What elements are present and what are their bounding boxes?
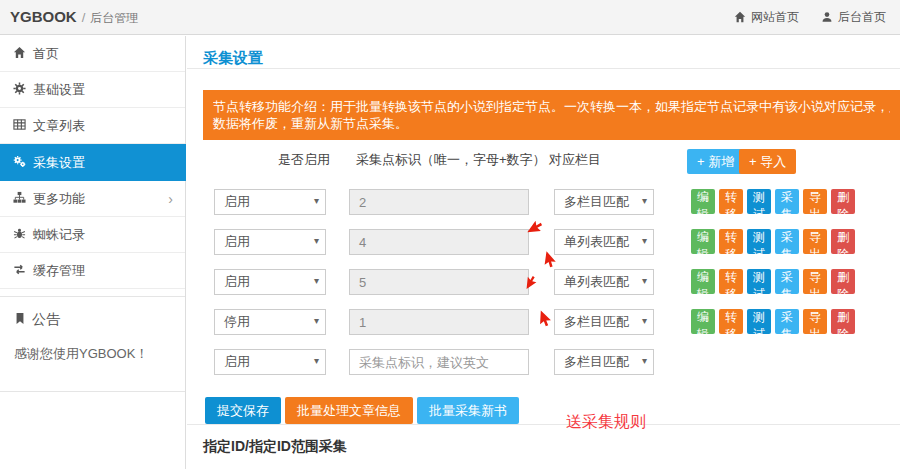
column-header-identifier: 采集点标识（唯一，字母+数字） bbox=[356, 151, 546, 169]
footer-buttons: 提交保存 批量处理文章信息 批量采集新书 bbox=[205, 397, 900, 424]
add-button[interactable]: + 新增 bbox=[687, 149, 744, 174]
row-action-collect-button[interactable]: 采集 bbox=[775, 269, 799, 294]
home-icon bbox=[734, 11, 746, 23]
page: YGBOOK / 后台管理 网站首页 后台首页 首页 基础设置 文章列表 bbox=[0, 0, 900, 469]
identifier-field: 1 bbox=[349, 309, 529, 335]
enabled-select[interactable]: 启用 bbox=[214, 189, 326, 215]
row-action-delete-button[interactable]: 删除 bbox=[831, 189, 855, 214]
row-actions: 编辑转移测试采集导出删除 bbox=[691, 189, 855, 214]
announcement-title: 公告 bbox=[32, 311, 60, 329]
row-actions: 编辑转移测试采集导出删除 bbox=[691, 309, 855, 334]
sidebar-item-label: 蜘蛛记录 bbox=[33, 226, 85, 244]
enabled-select[interactable]: 停用 bbox=[214, 309, 326, 335]
sidebar-item-basic-settings[interactable]: 基础设置 bbox=[0, 72, 185, 108]
sidebar-item-spider-log[interactable]: 蜘蛛记录 bbox=[0, 217, 185, 253]
admin-home-label: 后台首页 bbox=[838, 9, 886, 26]
sidebar-item-cache-management[interactable]: 缓存管理 bbox=[0, 253, 185, 289]
brand-logo: YGBOOK bbox=[10, 8, 77, 25]
row-action-edit-button[interactable]: 编辑 bbox=[691, 189, 715, 214]
admin-home-link[interactable]: 后台首页 bbox=[821, 9, 886, 26]
row-action-collect-button[interactable]: 采集 bbox=[775, 309, 799, 334]
submit-save-button[interactable]: 提交保存 bbox=[205, 397, 281, 424]
row-action-collect-button[interactable]: 采集 bbox=[775, 189, 799, 214]
column-header-enabled: 是否启用 bbox=[278, 151, 330, 169]
category-select[interactable]: 单列表匹配 bbox=[554, 229, 654, 255]
breadcrumb: YGBOOK / 后台管理 bbox=[10, 8, 138, 27]
user-icon bbox=[821, 11, 833, 23]
announcement-body: 感谢您使用YGBOOK！ bbox=[14, 345, 171, 363]
row-action-transfer-button[interactable]: 转移 bbox=[719, 309, 743, 334]
row-action-export-button[interactable]: 导出 bbox=[803, 189, 827, 214]
row-action-delete-button[interactable]: 删除 bbox=[831, 269, 855, 294]
row-actions: 编辑转移测试采集导出删除 bbox=[691, 229, 855, 254]
red-arrow-icon bbox=[525, 217, 543, 235]
sitemap-icon bbox=[13, 191, 33, 207]
sidebar-item-label: 更多功能 bbox=[33, 190, 85, 208]
red-arrow-icon bbox=[537, 310, 555, 328]
column-header-category: 对应栏目 bbox=[549, 151, 601, 169]
announcement-header: 公告 bbox=[14, 311, 171, 329]
sidebar-item-label: 缓存管理 bbox=[33, 262, 85, 280]
identifier-field: 4 bbox=[349, 229, 529, 255]
cogs-icon bbox=[13, 155, 33, 171]
row-action-edit-button[interactable]: 编辑 bbox=[691, 269, 715, 294]
annotation-text: 送采集规则 bbox=[566, 412, 646, 433]
enabled-select[interactable]: 启用 bbox=[214, 229, 326, 255]
enabled-select[interactable]: 启用 bbox=[214, 349, 326, 375]
sidebar: 首页 基础设置 文章列表 采集设置 更多功能 › 蜘蛛记录 缓存管理 bbox=[0, 36, 186, 469]
row-action-export-button[interactable]: 导出 bbox=[803, 309, 827, 334]
row-action-collect-button[interactable]: 采集 bbox=[775, 229, 799, 254]
row-action-test-button[interactable]: 测试 bbox=[747, 269, 771, 294]
announcement-panel: 公告 感谢您使用YGBOOK！ bbox=[0, 296, 185, 392]
warning-notice: 节点转移功能介绍：用于批量转换该节点的小说到指定节点。一次转换一本，如果指定节点… bbox=[203, 90, 900, 140]
warning-line-1: 节点转移功能介绍：用于批量转换该节点的小说到指定节点。一次转换一本，如果指定节点… bbox=[213, 98, 890, 115]
category-select[interactable]: 多栏目匹配 bbox=[554, 309, 654, 335]
identifier-field: 5 bbox=[349, 269, 529, 295]
top-bar: YGBOOK / 后台管理 网站首页 后台首页 bbox=[0, 0, 900, 35]
gear-icon bbox=[13, 82, 33, 98]
next-section-title: 指定ID/指定ID范围采集 bbox=[203, 438, 900, 456]
sidebar-item-more-features[interactable]: 更多功能 › bbox=[0, 181, 185, 217]
row-action-edit-button[interactable]: 编辑 bbox=[691, 229, 715, 254]
row-action-edit-button[interactable]: 编辑 bbox=[691, 309, 715, 334]
row-action-transfer-button[interactable]: 转移 bbox=[719, 229, 743, 254]
batch-collect-new-books-button[interactable]: 批量采集新书 bbox=[417, 397, 519, 424]
row-action-transfer-button[interactable]: 转移 bbox=[719, 269, 743, 294]
table-icon bbox=[13, 118, 33, 134]
bookmark-icon bbox=[14, 312, 26, 328]
row-action-export-button[interactable]: 导出 bbox=[803, 269, 827, 294]
divider bbox=[187, 68, 900, 69]
top-links: 网站首页 后台首页 bbox=[734, 9, 886, 26]
identifier-input[interactable] bbox=[349, 349, 529, 375]
breadcrumb-separator: / bbox=[82, 10, 86, 25]
divider bbox=[187, 424, 900, 425]
category-select[interactable]: 单列表匹配 bbox=[554, 269, 654, 295]
category-select[interactable]: 多栏目匹配 bbox=[554, 349, 654, 375]
sidebar-item-collection-settings[interactable]: 采集设置 bbox=[0, 144, 186, 181]
home-icon bbox=[13, 46, 33, 62]
category-select[interactable]: 多栏目匹配 bbox=[554, 189, 654, 215]
import-button[interactable]: + 导入 bbox=[739, 149, 796, 174]
enabled-select[interactable]: 启用 bbox=[214, 269, 326, 295]
sidebar-item-label: 首页 bbox=[33, 45, 59, 63]
sidebar-item-home[interactable]: 首页 bbox=[0, 36, 185, 72]
batch-process-articles-button[interactable]: 批量处理文章信息 bbox=[285, 397, 413, 424]
row-actions: 编辑转移测试采集导出删除 bbox=[691, 269, 855, 294]
warning-line-2: 数据将作废，重新从新节点采集。 bbox=[213, 115, 890, 132]
sidebar-item-label: 基础设置 bbox=[33, 81, 85, 99]
bug-icon bbox=[13, 227, 33, 243]
breadcrumb-current: 后台管理 bbox=[90, 10, 138, 27]
row-action-test-button[interactable]: 测试 bbox=[747, 309, 771, 334]
site-home-link[interactable]: 网站首页 bbox=[734, 9, 799, 26]
row-action-transfer-button[interactable]: 转移 bbox=[719, 189, 743, 214]
sidebar-item-label: 采集设置 bbox=[33, 154, 85, 172]
row-action-test-button[interactable]: 测试 bbox=[747, 229, 771, 254]
row-action-export-button[interactable]: 导出 bbox=[803, 229, 827, 254]
red-arrow-icon bbox=[541, 250, 560, 269]
sidebar-item-article-list[interactable]: 文章列表 bbox=[0, 108, 185, 144]
refresh-icon bbox=[13, 263, 33, 279]
row-action-test-button[interactable]: 测试 bbox=[747, 189, 771, 214]
row-action-delete-button[interactable]: 删除 bbox=[831, 309, 855, 334]
row-action-delete-button[interactable]: 删除 bbox=[831, 229, 855, 254]
page-title: 采集设置 bbox=[203, 49, 900, 68]
